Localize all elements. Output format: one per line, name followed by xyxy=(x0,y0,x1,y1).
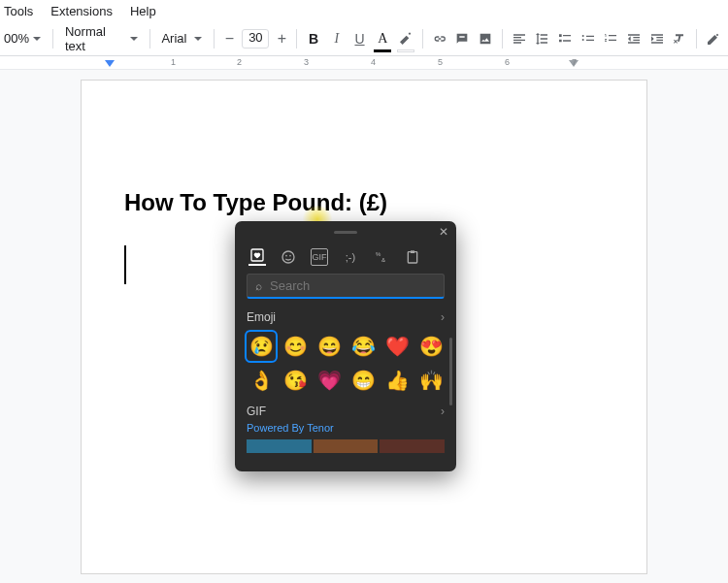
gif-thumbnail[interactable] xyxy=(380,439,445,453)
toolbar-separator xyxy=(52,29,53,49)
emoji-item[interactable]: 😊 xyxy=(281,332,310,361)
tab-gif[interactable]: GIF xyxy=(311,248,328,266)
emoji-search[interactable]: ⌕ xyxy=(247,274,445,299)
editing-mode-button[interactable] xyxy=(703,27,724,50)
close-button[interactable]: ✕ xyxy=(437,225,450,239)
menu-extensions[interactable]: Extensions xyxy=(50,4,113,18)
emoji-item[interactable]: 💗 xyxy=(314,366,344,395)
menu-tools[interactable]: Tools xyxy=(4,4,33,18)
italic-button[interactable]: I xyxy=(326,27,347,50)
toolbar-separator xyxy=(696,29,697,49)
gif-thumbnail[interactable] xyxy=(314,439,379,453)
gif-section: GIF › Powered By Tenor xyxy=(235,405,456,453)
tab-emoji[interactable] xyxy=(280,248,297,266)
symbols-icon: %& xyxy=(374,249,389,265)
toolbar-separator xyxy=(422,29,423,49)
font-size-decrease-button[interactable]: − xyxy=(220,30,238,48)
gif-attribution: Powered By Tenor xyxy=(247,422,445,434)
search-icon: ⌕ xyxy=(255,279,262,293)
text-caret-icon xyxy=(124,245,126,284)
line-spacing-icon xyxy=(534,31,549,47)
emoji-item[interactable]: 😍 xyxy=(416,332,446,361)
zoom-value: 00% xyxy=(4,31,29,46)
underline-button[interactable]: U xyxy=(349,27,371,50)
decrease-indent-button[interactable] xyxy=(623,27,645,50)
toolbar-separator xyxy=(502,29,503,49)
scrollbar-thumb[interactable] xyxy=(449,338,452,405)
text-color-letter: A xyxy=(378,31,387,47)
numbered-list-button[interactable] xyxy=(601,27,622,50)
emoji-picker-panel: ✕ GIF ;-) %& ⌕ Emoji › 😢 😊 😄 😂 ❤️ xyxy=(235,221,456,471)
chevron-right-icon[interactable]: › xyxy=(441,310,445,324)
horizontal-ruler[interactable]: 1 2 3 4 5 6 7 xyxy=(0,56,728,70)
gif-section-label: GIF xyxy=(247,405,266,418)
tab-recent[interactable] xyxy=(248,248,266,266)
chevron-down-icon xyxy=(33,37,41,41)
tab-clipboard[interactable] xyxy=(404,248,421,266)
pencil-icon xyxy=(706,31,721,47)
gif-thumbnail[interactable] xyxy=(247,439,312,453)
tab-kaomoji[interactable]: ;-) xyxy=(342,248,359,266)
zoom-select[interactable]: 00% xyxy=(4,31,47,46)
bulleted-list-button[interactable] xyxy=(578,27,599,50)
align-left-icon xyxy=(512,31,527,47)
emoji-section: Emoji › 😢 😊 😄 😂 ❤️ 😍 👌 😘 💗 😁 👍 🙌 xyxy=(235,310,456,395)
highlight-color-button[interactable] xyxy=(395,27,416,50)
bullet-list-icon xyxy=(580,31,596,47)
indent-marker-icon[interactable] xyxy=(105,60,115,67)
emoji-item[interactable]: 😂 xyxy=(348,332,378,361)
font-size-input[interactable]: 30 xyxy=(242,29,269,49)
emoji-item[interactable]: 😄 xyxy=(314,332,344,361)
emoji-item[interactable]: 👍 xyxy=(382,366,412,395)
toolbar-separator xyxy=(214,29,215,49)
checklist-icon xyxy=(557,31,573,47)
checklist-button[interactable] xyxy=(554,27,576,50)
drag-handle-icon[interactable] xyxy=(334,231,357,234)
emoji-item[interactable]: ❤️ xyxy=(382,332,412,361)
emoji-grid: 😢 😊 😄 😂 ❤️ 😍 👌 😘 💗 😁 👍 🙌 xyxy=(247,332,445,395)
paragraph-style-select[interactable]: Normal text xyxy=(59,24,144,53)
menu-bar: Tools Extensions Help xyxy=(0,0,728,21)
ruler-mark: 6 xyxy=(505,57,510,67)
gif-thumbnails xyxy=(247,439,445,453)
increase-indent-button[interactable] xyxy=(646,27,668,50)
emoji-item[interactable]: 🙌 xyxy=(416,366,446,395)
highlight-color-swatch xyxy=(397,49,414,52)
emoji-item[interactable]: 😁 xyxy=(348,366,378,395)
ruler-mark: 3 xyxy=(304,57,309,67)
emoji-section-header[interactable]: Emoji › xyxy=(247,310,445,324)
emoji-panel-titlebar[interactable]: ✕ xyxy=(235,221,456,243)
emoji-panel-tabs: GIF ;-) %& xyxy=(235,243,456,274)
text-color-button[interactable]: A xyxy=(372,27,393,50)
paragraph-style-label: Normal text xyxy=(65,24,122,53)
chevron-right-icon[interactable]: › xyxy=(441,405,445,418)
emoji-item[interactable]: 👌 xyxy=(247,366,276,395)
menu-help[interactable]: Help xyxy=(130,4,156,18)
font-size-control: − 30 + xyxy=(220,29,290,49)
tab-symbols[interactable]: %& xyxy=(373,248,390,266)
insert-image-button[interactable] xyxy=(475,27,496,50)
emoji-search-input[interactable] xyxy=(270,278,436,293)
line-spacing-button[interactable] xyxy=(531,27,552,50)
emoji-item[interactable]: 😘 xyxy=(281,366,310,395)
ruler-mark: 4 xyxy=(371,57,376,67)
gif-section-header[interactable]: GIF › xyxy=(247,405,445,418)
font-family-select[interactable]: Arial xyxy=(155,31,208,46)
emoji-item[interactable]: 😢 xyxy=(247,332,276,361)
clear-formatting-button[interactable] xyxy=(670,27,691,50)
bold-button[interactable]: B xyxy=(303,27,324,50)
font-size-increase-button[interactable]: + xyxy=(273,30,290,48)
chevron-down-icon xyxy=(194,37,202,41)
ruler-mark: 7 xyxy=(572,57,577,67)
emoji-section-label: Emoji xyxy=(247,310,276,324)
ruler-mark: 5 xyxy=(438,57,443,67)
svg-point-3 xyxy=(289,255,291,257)
insert-link-button[interactable] xyxy=(429,27,450,50)
document-heading[interactable]: How To Type Pound: (£) xyxy=(124,189,604,216)
indent-increase-icon xyxy=(649,31,665,47)
svg-point-1 xyxy=(282,251,294,263)
svg-point-2 xyxy=(285,255,287,257)
align-button[interactable] xyxy=(509,27,530,50)
image-icon xyxy=(478,31,493,47)
add-comment-button[interactable] xyxy=(451,27,473,50)
